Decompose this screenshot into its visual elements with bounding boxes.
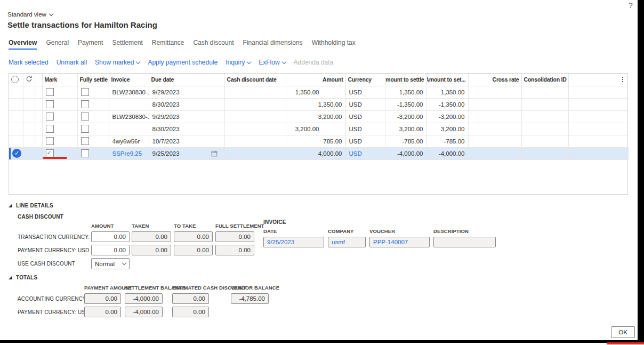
tab-general[interactable]: General [46, 39, 69, 50]
invoice-value: 4wy6w56r [112, 138, 140, 145]
table-row: BLW230830-...9/29/20233,200.00USD-3,200.… [9, 110, 629, 123]
currency-value: USD [349, 89, 362, 95]
currency-cell: USD [345, 98, 385, 110]
line-details-label: LINE DETAILS [16, 203, 53, 208]
action-exflow[interactable]: ExFlow [259, 59, 285, 66]
cash-discount-date-cell [224, 147, 286, 159]
row-select-cell[interactable] [9, 98, 23, 110]
cross-rate-cell [468, 86, 521, 98]
action-show-marked[interactable]: Show marked [95, 59, 140, 66]
mark-checkbox[interactable] [46, 113, 54, 121]
page-title: Settle transactions for Hamilton Racing [7, 20, 157, 29]
mark-checkbox[interactable] [46, 88, 54, 96]
row-select-cell[interactable]: ✓ [9, 147, 23, 159]
fully-settle-checkbox[interactable] [81, 149, 89, 157]
amount-to-set-cell: 3,200.00 [426, 123, 468, 135]
fully-settle-checkbox[interactable] [81, 113, 89, 121]
due-date-cell: 10/7/2023 [149, 135, 224, 147]
field-cash-discount: 0.00 [132, 231, 171, 242]
amount-cell: 3,200.00 [286, 123, 345, 135]
row-select-cell[interactable] [9, 123, 23, 135]
fully-settle-checkbox[interactable] [81, 88, 89, 96]
field-invoice-voucher[interactable]: PPP-140007 [369, 237, 430, 247]
action-unmark-all[interactable]: Unmark all [57, 59, 87, 66]
column-label-full-settlement: FULL SETTLEMENT [215, 223, 257, 229]
action-mark-selected[interactable]: Mark selected [9, 59, 49, 66]
mark-checkbox[interactable] [46, 125, 54, 133]
row-refresh-cell [23, 147, 35, 159]
field-totals: -4,785.00 [231, 293, 269, 304]
field-cash-discount: 0.00 [174, 231, 213, 242]
mark-checkbox[interactable] [46, 137, 54, 145]
use-cash-discount-dropdown[interactable]: Normal [91, 258, 130, 269]
column-header-cross_rate: Cross rate [468, 74, 521, 86]
calendar-icon[interactable] [211, 150, 218, 158]
filler-cell [568, 123, 629, 135]
field-cash-discount[interactable]: 0.00 [91, 245, 130, 255]
grid-header-row: MarkFully settleInvoiceDue dateCash disc… [9, 74, 629, 86]
tab-strip: OverviewGeneralPaymentSettlementRemittan… [9, 39, 356, 50]
due-date-cell: 9/29/2023 [149, 86, 224, 98]
field-cash-discount[interactable]: 0.00 [91, 231, 130, 242]
use-cash-discount-value: Normal [95, 261, 115, 267]
column-label-payment-amount: PAYMENT AMOUNT [84, 285, 125, 291]
tab-payment[interactable]: Payment [78, 39, 103, 50]
select-all-checkbox[interactable] [11, 76, 19, 83]
invoice-value: BLW230830-... [112, 114, 149, 120]
field-invoice-company[interactable]: usmf [328, 237, 366, 247]
field-cash-discount: 0.00 [174, 245, 213, 255]
cross-rate-cell [468, 110, 521, 123]
row-spare-cell [35, 123, 42, 135]
column-header-currency: Currency [345, 74, 385, 86]
row-select-cell[interactable] [9, 110, 23, 123]
tab-financial-dimensions[interactable]: Financial dimensions [243, 39, 303, 50]
table-row: ✓SSPre9.259/25/20234,000.00USD-4,000.00-… [9, 147, 629, 159]
tab-settlement[interactable]: Settlement [112, 39, 142, 50]
fully-settle-checkbox[interactable] [81, 100, 89, 108]
fully-settle-checkbox[interactable] [81, 137, 89, 145]
action-apply-payment-schedule[interactable]: Apply payment schedule [148, 59, 218, 66]
column-label-vendor-balance: VENDOR BALANCE [231, 285, 273, 291]
column-header-label: Due date [151, 76, 174, 83]
use-cash-discount-label: USE CASH DISCOUNT [18, 261, 91, 267]
amount-to-set-cell: -4,000.00 [426, 147, 468, 159]
refresh-icon[interactable] [26, 76, 33, 84]
column-label-voucher: VOUCHER [369, 228, 433, 234]
consolidation-id-cell [521, 110, 568, 123]
row-spare-cell [35, 110, 42, 123]
fully-settle-checkbox[interactable] [81, 125, 89, 133]
consolidation-id-cell [521, 147, 568, 159]
action-unmark-all-label: Unmark all [57, 59, 87, 66]
column-header-label: Consolidation ID [524, 76, 567, 83]
consolidation-id-cell [521, 123, 568, 135]
totals-header[interactable]: TOTALS [9, 275, 382, 280]
line-details-section: LINE DETAILS CASH DISCOUNT AMOUNTTAKENTO… [9, 203, 627, 269]
help-icon[interactable]: ? [629, 1, 633, 10]
field-invoice-date[interactable]: 9/25/2023 [263, 237, 324, 247]
mark-checkbox[interactable] [46, 100, 54, 108]
tab-cash-discount[interactable]: Cash discount [194, 39, 234, 50]
grid-options-icon[interactable] [622, 77, 623, 82]
tab-overview[interactable]: Overview [9, 39, 37, 50]
ok-button[interactable]: OK [611, 326, 635, 338]
view-selector[interactable]: Standard view [7, 11, 53, 18]
amount-cell: 4,000.00 [286, 147, 345, 159]
row-label: PAYMENT CURRENCY: USD [18, 309, 84, 315]
row-select-cell[interactable] [9, 135, 23, 147]
due-date-value: 9/29/2023 [152, 89, 180, 95]
row-refresh-cell [23, 98, 35, 110]
selected-row-check-icon[interactable]: ✓ [12, 149, 21, 158]
fully-settle-cell [77, 86, 109, 98]
action-mark-selected-label: Mark selected [9, 59, 49, 66]
row-select-cell[interactable] [9, 86, 23, 98]
fully-settle-cell [77, 98, 109, 110]
amount-to-set-cell: -785.00 [426, 135, 468, 147]
line-details-header[interactable]: LINE DETAILS [9, 203, 627, 208]
transactions-table: MarkFully settleInvoiceDue dateCash disc… [9, 74, 629, 160]
invoice-value[interactable]: SSPre9.25 [112, 150, 142, 157]
action-inquiry[interactable]: Inquiry [226, 59, 251, 66]
tab-remittance[interactable]: Remittance [152, 39, 184, 50]
mark-checkbox[interactable] [46, 149, 54, 157]
tab-withholding-tax[interactable]: Withholding tax [312, 39, 356, 50]
column-header-cash_discount_date: Cash discount date [224, 74, 286, 86]
